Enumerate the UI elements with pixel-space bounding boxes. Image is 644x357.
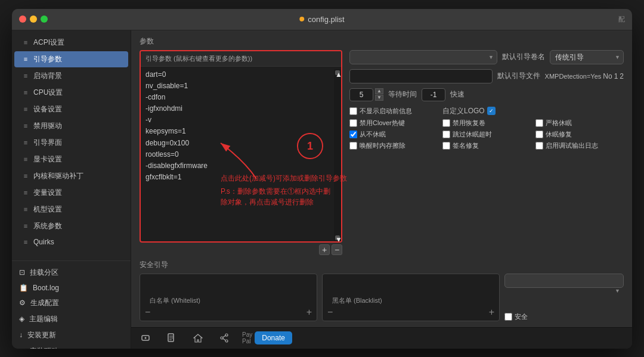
bootlog-icon: 📋 — [19, 284, 28, 292]
scrollbar[interactable]: ▲ ▼ — [334, 69, 341, 241]
list-item: -cdfon — [145, 92, 336, 103]
sidebar-item-gui[interactable]: ≡ 引导界面 — [14, 135, 128, 151]
legacy-boot-select[interactable]: 传统引导 — [550, 50, 624, 64]
donate-area: PayPal Donate — [242, 331, 292, 344]
minimize-button[interactable] — [30, 15, 37, 23]
maximize-button[interactable] — [41, 15, 48, 23]
genconfig-icon: ⚙ — [19, 299, 26, 307]
sidebar-item-bootargs[interactable]: ≡ 引导参数 — [14, 51, 128, 67]
disk-icon — [141, 333, 150, 343]
default-bootdisk-wrapper — [349, 50, 497, 64]
cb-override-sleep-input[interactable] — [442, 131, 450, 138]
share-icon — [220, 333, 228, 343]
cb-disable-clover: 禁用Clover热键 — [349, 119, 438, 128]
devices-icon: ≡ — [21, 105, 30, 113]
cb-wake-mem-input[interactable] — [349, 142, 357, 150]
donate-button[interactable]: Donate — [255, 331, 292, 344]
cb-strict-sleep: 严格休眠 — [535, 119, 624, 128]
list-item: keepsyms=1 — [145, 126, 336, 137]
custom-logo-label: 自定义LOGO — [442, 106, 485, 116]
main-layout: ≡ ACPI设置 ≡ 引导参数 ≡ 启动背景 ≡ CPU设置 ≡ 设备设置 — [12, 30, 632, 349]
params-list[interactable]: dart=0 nv_disable=1 -cdfon -igfxnohdmi -… — [141, 67, 341, 241]
cb-sig-repair-input[interactable] — [442, 142, 450, 150]
sidebar-item-cpu[interactable]: ≡ CPU设置 — [14, 85, 128, 101]
sidebar-item-graphics[interactable]: ≡ 显卡设置 — [14, 151, 128, 167]
cb-no-efi-input[interactable] — [349, 131, 357, 138]
sidebar-group-main: ≡ ACPI设置 ≡ 引导参数 ≡ 启动背景 ≡ CPU设置 ≡ 设备设置 — [12, 30, 131, 253]
sidebar-item-smbios[interactable]: ≡ 机型设置 — [14, 201, 128, 218]
default-bootdisk-select[interactable] — [349, 50, 497, 64]
svg-line-11 — [223, 339, 225, 340]
sidebar-item-theme[interactable]: ◈ 主题编辑 — [12, 311, 131, 327]
pay-label: PayPal — [242, 331, 252, 344]
sidebar-item-vars[interactable]: ≡ 变量设置 — [14, 185, 128, 201]
whitelist-box[interactable]: 白名单 (Whitelist) − + — [140, 274, 317, 321]
list-item: debug=0x100 — [145, 138, 336, 149]
bootargs-icon: ≡ — [21, 55, 30, 63]
sidebar-item-update[interactable]: ↓ 安装更新 — [12, 327, 131, 343]
home-toolbar-btn[interactable] — [190, 330, 206, 346]
graphics-icon: ≡ — [21, 156, 30, 163]
content-area: 参数 引导参数 (鼠标右键查看更多的参数)) dart=0 nv_disable… — [131, 30, 632, 327]
fast-value-input[interactable] — [422, 88, 445, 101]
cb-sig-repair: 签名修复 — [442, 141, 531, 150]
sidebar-item-installdrv[interactable]: ✕ 安装驱动 — [12, 343, 131, 349]
blacklist-box[interactable]: 黑名单 (Blacklist) − + — [322, 274, 500, 321]
sidebar-item-bootbg[interactable]: ≡ 启动背景 — [14, 68, 128, 84]
home-icon — [193, 334, 203, 343]
cb-no-boot-msg-input[interactable] — [349, 107, 357, 115]
sidebar-item-acpi[interactable]: ≡ ACPI设置 — [14, 35, 128, 51]
mount-toolbar-btn[interactable] — [137, 330, 154, 346]
quirks-icon: ≡ — [21, 238, 30, 246]
default-bootdisk-label: 默认引导卷名 — [502, 52, 545, 62]
blacklist-column: 黑名单 (Blacklist) − + — [322, 274, 500, 321]
mount-icon: ⊡ — [19, 268, 25, 277]
disabled-icon: ≡ — [21, 122, 30, 129]
cb-disable-clover-input[interactable] — [349, 119, 357, 127]
bottom-toolbar: PayPal Donate — [131, 327, 632, 349]
scroll-down[interactable]: ▼ — [335, 235, 340, 240]
sidebar-item-genconfig[interactable]: ⚙ 生成配置 — [12, 295, 131, 311]
blacklist-plus-btn[interactable]: + — [489, 308, 494, 317]
cb-restore-debug: 启用调试输出日志 — [535, 141, 624, 150]
cb-restore-debug-input[interactable] — [535, 142, 543, 150]
remove-param-button[interactable]: − — [332, 244, 342, 255]
document-icon — [168, 333, 176, 343]
cb-disable-copy-input[interactable] — [442, 119, 450, 127]
wait-time-input[interactable] — [349, 88, 373, 101]
sidebar-item-sysparams[interactable]: ≡ 系统参数 — [14, 218, 128, 234]
blacklist-label: 黑名单 (Blacklist) — [327, 294, 494, 306]
log-toolbar-btn[interactable] — [163, 330, 180, 346]
cb-disable-copy: 禁用恢复卷 — [442, 119, 531, 128]
cb-sleep-repair-input[interactable] — [535, 131, 543, 138]
security-safe-cb: 安全 — [504, 312, 624, 321]
add-param-button[interactable]: + — [319, 244, 330, 255]
params-section-title: 参数 — [140, 36, 624, 46]
sidebar-item-disabled[interactable]: ≡ 禁用驱动 — [14, 118, 128, 134]
svg-point-9 — [225, 340, 228, 342]
sidebar-item-bootlog[interactable]: 📋 Boot.log — [12, 281, 131, 295]
blacklist-minus-btn[interactable]: − — [327, 308, 333, 317]
params-section: 引导参数 (鼠标右键查看更多的参数)) dart=0 nv_disable=1 … — [140, 50, 624, 255]
default-bootfile-input[interactable] — [349, 69, 493, 83]
sidebar-item-mount[interactable]: ⊡ 挂载分区 — [12, 265, 131, 281]
security-select[interactable] — [504, 274, 624, 288]
wait-step-down[interactable]: ▼ — [375, 95, 383, 101]
cb-strict-sleep-input[interactable] — [535, 119, 543, 127]
sidebar-item-quirks[interactable]: ≡ Quirks — [14, 235, 128, 249]
security-safe-input[interactable] — [504, 313, 512, 321]
wait-step-up[interactable]: ▲ — [375, 88, 383, 94]
wait-time-label: 等待时间 — [388, 89, 417, 100]
sidebar-item-devices[interactable]: ≡ 设备设置 — [14, 101, 128, 117]
close-button[interactable] — [19, 15, 26, 23]
num2-label: 2 — [620, 72, 624, 80]
whitelist-minus-btn[interactable]: − — [145, 308, 150, 317]
installdrv-icon: ✕ — [19, 347, 25, 349]
xmp-label: XMPDetection=Yes — [545, 73, 602, 80]
whitelist-plus-btn[interactable]: + — [306, 308, 312, 317]
wait-time-row: ▲ ▼ 等待时间 快速 — [349, 88, 624, 101]
share-toolbar-btn[interactable] — [216, 330, 233, 346]
svg-point-8 — [221, 337, 223, 339]
sidebar-item-kext[interactable]: ≡ 内核和驱动补丁 — [14, 168, 128, 184]
scroll-up[interactable]: ▲ — [335, 70, 340, 75]
